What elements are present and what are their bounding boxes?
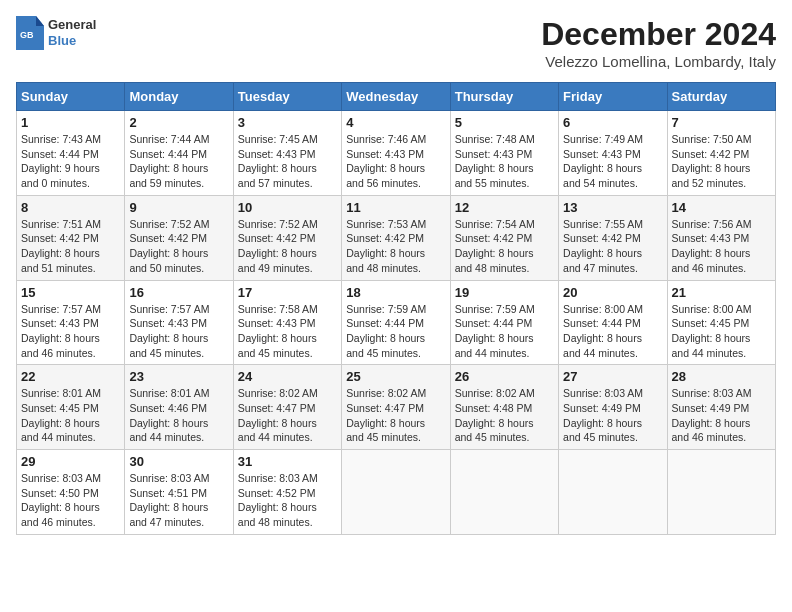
day-detail: Sunrise: 8:03 AM Sunset: 4:52 PM Dayligh… (238, 471, 337, 530)
calendar-cell: 7Sunrise: 7:50 AM Sunset: 4:42 PM Daylig… (667, 111, 775, 196)
week-row-3: 15Sunrise: 7:57 AM Sunset: 4:43 PM Dayli… (17, 280, 776, 365)
calendar-cell: 24Sunrise: 8:02 AM Sunset: 4:47 PM Dayli… (233, 365, 341, 450)
svg-marker-1 (36, 16, 44, 26)
day-detail: Sunrise: 8:01 AM Sunset: 4:46 PM Dayligh… (129, 386, 228, 445)
day-number: 21 (672, 285, 771, 300)
day-detail: Sunrise: 7:49 AM Sunset: 4:43 PM Dayligh… (563, 132, 662, 191)
calendar-table: SundayMondayTuesdayWednesdayThursdayFrid… (16, 82, 776, 535)
day-detail: Sunrise: 7:53 AM Sunset: 4:42 PM Dayligh… (346, 217, 445, 276)
col-header-monday: Monday (125, 83, 233, 111)
calendar-cell: 3Sunrise: 7:45 AM Sunset: 4:43 PM Daylig… (233, 111, 341, 196)
col-header-sunday: Sunday (17, 83, 125, 111)
day-detail: Sunrise: 7:55 AM Sunset: 4:42 PM Dayligh… (563, 217, 662, 276)
calendar-cell: 13Sunrise: 7:55 AM Sunset: 4:42 PM Dayli… (559, 195, 667, 280)
calendar-cell (342, 450, 450, 535)
day-number: 22 (21, 369, 120, 384)
calendar-cell: 14Sunrise: 7:56 AM Sunset: 4:43 PM Dayli… (667, 195, 775, 280)
day-number: 1 (21, 115, 120, 130)
week-row-2: 8Sunrise: 7:51 AM Sunset: 4:42 PM Daylig… (17, 195, 776, 280)
calendar-cell: 2Sunrise: 7:44 AM Sunset: 4:44 PM Daylig… (125, 111, 233, 196)
calendar-cell: 16Sunrise: 7:57 AM Sunset: 4:43 PM Dayli… (125, 280, 233, 365)
calendar-cell: 28Sunrise: 8:03 AM Sunset: 4:49 PM Dayli… (667, 365, 775, 450)
col-header-friday: Friday (559, 83, 667, 111)
day-detail: Sunrise: 7:54 AM Sunset: 4:42 PM Dayligh… (455, 217, 554, 276)
calendar-body: 1Sunrise: 7:43 AM Sunset: 4:44 PM Daylig… (17, 111, 776, 535)
day-detail: Sunrise: 8:02 AM Sunset: 4:47 PM Dayligh… (346, 386, 445, 445)
day-detail: Sunrise: 7:57 AM Sunset: 4:43 PM Dayligh… (21, 302, 120, 361)
day-number: 9 (129, 200, 228, 215)
calendar-cell: 15Sunrise: 7:57 AM Sunset: 4:43 PM Dayli… (17, 280, 125, 365)
day-detail: Sunrise: 7:46 AM Sunset: 4:43 PM Dayligh… (346, 132, 445, 191)
day-detail: Sunrise: 7:59 AM Sunset: 4:44 PM Dayligh… (346, 302, 445, 361)
page-header: GB General Blue December 2024 Velezzo Lo… (16, 16, 776, 70)
day-number: 24 (238, 369, 337, 384)
logo-text: General Blue (48, 17, 96, 48)
week-row-5: 29Sunrise: 8:03 AM Sunset: 4:50 PM Dayli… (17, 450, 776, 535)
day-detail: Sunrise: 8:00 AM Sunset: 4:44 PM Dayligh… (563, 302, 662, 361)
day-number: 2 (129, 115, 228, 130)
calendar-cell: 26Sunrise: 8:02 AM Sunset: 4:48 PM Dayli… (450, 365, 558, 450)
day-detail: Sunrise: 8:03 AM Sunset: 4:50 PM Dayligh… (21, 471, 120, 530)
day-number: 3 (238, 115, 337, 130)
day-number: 30 (129, 454, 228, 469)
col-header-saturday: Saturday (667, 83, 775, 111)
week-row-4: 22Sunrise: 8:01 AM Sunset: 4:45 PM Dayli… (17, 365, 776, 450)
calendar-cell: 25Sunrise: 8:02 AM Sunset: 4:47 PM Dayli… (342, 365, 450, 450)
day-number: 19 (455, 285, 554, 300)
calendar-cell: 6Sunrise: 7:49 AM Sunset: 4:43 PM Daylig… (559, 111, 667, 196)
day-detail: Sunrise: 8:02 AM Sunset: 4:47 PM Dayligh… (238, 386, 337, 445)
day-detail: Sunrise: 8:02 AM Sunset: 4:48 PM Dayligh… (455, 386, 554, 445)
calendar-cell: 22Sunrise: 8:01 AM Sunset: 4:45 PM Dayli… (17, 365, 125, 450)
day-detail: Sunrise: 7:52 AM Sunset: 4:42 PM Dayligh… (129, 217, 228, 276)
calendar-cell: 18Sunrise: 7:59 AM Sunset: 4:44 PM Dayli… (342, 280, 450, 365)
calendar-cell: 5Sunrise: 7:48 AM Sunset: 4:43 PM Daylig… (450, 111, 558, 196)
day-number: 29 (21, 454, 120, 469)
day-detail: Sunrise: 8:00 AM Sunset: 4:45 PM Dayligh… (672, 302, 771, 361)
calendar-cell: 27Sunrise: 8:03 AM Sunset: 4:49 PM Dayli… (559, 365, 667, 450)
day-number: 26 (455, 369, 554, 384)
calendar-cell: 9Sunrise: 7:52 AM Sunset: 4:42 PM Daylig… (125, 195, 233, 280)
col-header-wednesday: Wednesday (342, 83, 450, 111)
calendar-cell: 31Sunrise: 8:03 AM Sunset: 4:52 PM Dayli… (233, 450, 341, 535)
day-number: 18 (346, 285, 445, 300)
day-detail: Sunrise: 8:03 AM Sunset: 4:49 PM Dayligh… (563, 386, 662, 445)
calendar-cell: 17Sunrise: 7:58 AM Sunset: 4:43 PM Dayli… (233, 280, 341, 365)
calendar-cell: 8Sunrise: 7:51 AM Sunset: 4:42 PM Daylig… (17, 195, 125, 280)
day-number: 8 (21, 200, 120, 215)
day-detail: Sunrise: 8:03 AM Sunset: 4:51 PM Dayligh… (129, 471, 228, 530)
calendar-header: SundayMondayTuesdayWednesdayThursdayFrid… (17, 83, 776, 111)
calendar-cell (450, 450, 558, 535)
day-detail: Sunrise: 7:57 AM Sunset: 4:43 PM Dayligh… (129, 302, 228, 361)
day-number: 12 (455, 200, 554, 215)
title-block: December 2024 Velezzo Lomellina, Lombard… (541, 16, 776, 70)
day-number: 14 (672, 200, 771, 215)
day-number: 23 (129, 369, 228, 384)
day-number: 5 (455, 115, 554, 130)
col-header-tuesday: Tuesday (233, 83, 341, 111)
calendar-cell: 23Sunrise: 8:01 AM Sunset: 4:46 PM Dayli… (125, 365, 233, 450)
day-number: 11 (346, 200, 445, 215)
day-number: 20 (563, 285, 662, 300)
day-detail: Sunrise: 7:44 AM Sunset: 4:44 PM Dayligh… (129, 132, 228, 191)
day-number: 7 (672, 115, 771, 130)
day-number: 10 (238, 200, 337, 215)
calendar-cell: 4Sunrise: 7:46 AM Sunset: 4:43 PM Daylig… (342, 111, 450, 196)
day-detail: Sunrise: 7:59 AM Sunset: 4:44 PM Dayligh… (455, 302, 554, 361)
page-subtitle: Velezzo Lomellina, Lombardy, Italy (541, 53, 776, 70)
day-number: 28 (672, 369, 771, 384)
week-row-1: 1Sunrise: 7:43 AM Sunset: 4:44 PM Daylig… (17, 111, 776, 196)
calendar-cell: 20Sunrise: 8:00 AM Sunset: 4:44 PM Dayli… (559, 280, 667, 365)
calendar-cell (667, 450, 775, 535)
calendar-cell: 11Sunrise: 7:53 AM Sunset: 4:42 PM Dayli… (342, 195, 450, 280)
day-detail: Sunrise: 7:51 AM Sunset: 4:42 PM Dayligh… (21, 217, 120, 276)
day-detail: Sunrise: 7:45 AM Sunset: 4:43 PM Dayligh… (238, 132, 337, 191)
svg-text:GB: GB (20, 30, 34, 40)
logo: GB General Blue (16, 16, 96, 50)
day-detail: Sunrise: 7:43 AM Sunset: 4:44 PM Dayligh… (21, 132, 120, 191)
day-number: 25 (346, 369, 445, 384)
col-header-thursday: Thursday (450, 83, 558, 111)
calendar-cell: 30Sunrise: 8:03 AM Sunset: 4:51 PM Dayli… (125, 450, 233, 535)
calendar-cell: 1Sunrise: 7:43 AM Sunset: 4:44 PM Daylig… (17, 111, 125, 196)
day-detail: Sunrise: 7:58 AM Sunset: 4:43 PM Dayligh… (238, 302, 337, 361)
calendar-cell: 12Sunrise: 7:54 AM Sunset: 4:42 PM Dayli… (450, 195, 558, 280)
